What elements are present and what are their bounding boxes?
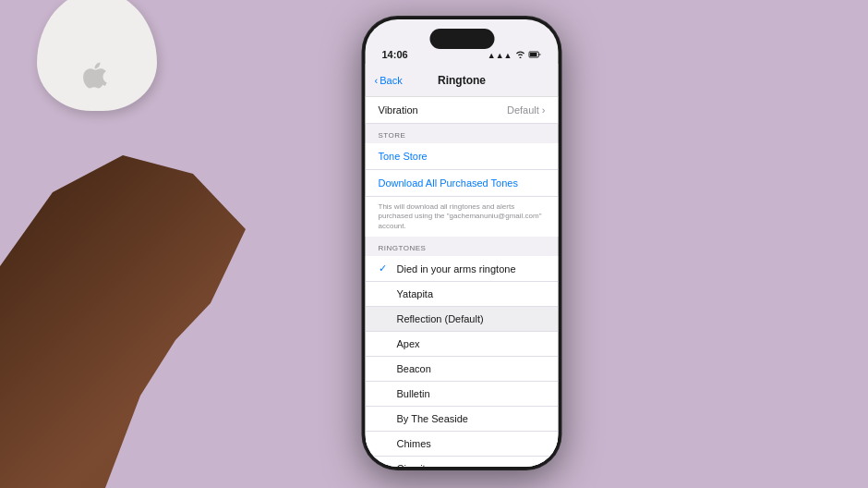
ringtone-label-4: Beacon — [397, 363, 431, 374]
tone-store-item[interactable]: Tone Store — [366, 143, 559, 170]
ringtone-item-3[interactable]: Apex — [366, 332, 559, 357]
nav-bar: ‹ Back Ringtone — [366, 64, 559, 97]
ringtone-item-4[interactable]: Beacon — [366, 357, 559, 382]
ringtone-label-0: Died in your arms ringtone — [397, 263, 516, 274]
svg-rect-1 — [530, 53, 537, 56]
magic-mouse — [37, 0, 157, 111]
vibration-default-text: Default — [507, 104, 539, 116]
ringtone-item-7[interactable]: Chimes — [366, 432, 559, 457]
content-area: Vibration Default › STORE Tone Store Dow… — [366, 97, 559, 467]
ringtone-label-2: Reflection (Default) — [397, 313, 484, 324]
ringtone-item-5[interactable]: Bulletin — [366, 382, 559, 407]
dynamic-island — [429, 29, 494, 49]
ringtone-item-2[interactable]: Reflection (Default) — [366, 307, 559, 332]
battery-icon — [529, 51, 542, 60]
ringtone-label-1: Yatapita — [397, 288, 434, 299]
ringtone-label-7: Chimes — [397, 438, 431, 449]
status-time: 14:06 — [382, 49, 408, 60]
nav-title: Ringtone — [438, 74, 486, 87]
ringtone-label-5: Bulletin — [397, 388, 430, 399]
signal-icon: ▲▲▲ — [488, 51, 512, 60]
checkmark-icon: ✓ — [379, 262, 390, 274]
phone-screen: 14:06 ▲▲▲ — [366, 19, 559, 467]
vibration-value: Default › — [507, 104, 546, 116]
ringtones-section: ✓ Died in your arms ringtone Yatapita Re… — [366, 256, 559, 467]
ringtone-label-3: Apex — [397, 338, 420, 349]
ringtone-item-0[interactable]: ✓ Died in your arms ringtone — [366, 256, 559, 282]
wifi-icon — [516, 51, 525, 60]
store-note: This will download all ringtones and ale… — [366, 197, 559, 237]
status-icons: ▲▲▲ — [488, 51, 542, 60]
ringtone-item-6[interactable]: By The Seaside — [366, 407, 559, 432]
ringtone-item-8[interactable]: Circuit — [366, 457, 559, 467]
vibration-chevron-icon: › — [542, 104, 546, 116]
back-chevron-icon: ‹ — [375, 75, 379, 86]
download-tones-item[interactable]: Download All Purchased Tones — [366, 170, 559, 197]
ringtone-item-1[interactable]: Yatapita — [366, 282, 559, 307]
ringtone-label-8: Circuit — [397, 463, 426, 467]
phone: 14:06 ▲▲▲ — [363, 17, 561, 470]
store-section: Tone Store Download All Purchased Tones … — [366, 143, 559, 237]
ringtones-section-label: RINGTONES — [366, 237, 559, 256]
back-button[interactable]: ‹ Back — [375, 75, 403, 86]
vibration-label: Vibration — [379, 104, 418, 116]
phone-container: 14:06 ▲▲▲ — [363, 17, 561, 470]
back-label: Back — [380, 75, 402, 86]
vibration-row[interactable]: Vibration Default › — [366, 97, 559, 124]
ringtone-label-6: By The Seaside — [397, 413, 468, 424]
store-section-label: STORE — [366, 124, 559, 143]
